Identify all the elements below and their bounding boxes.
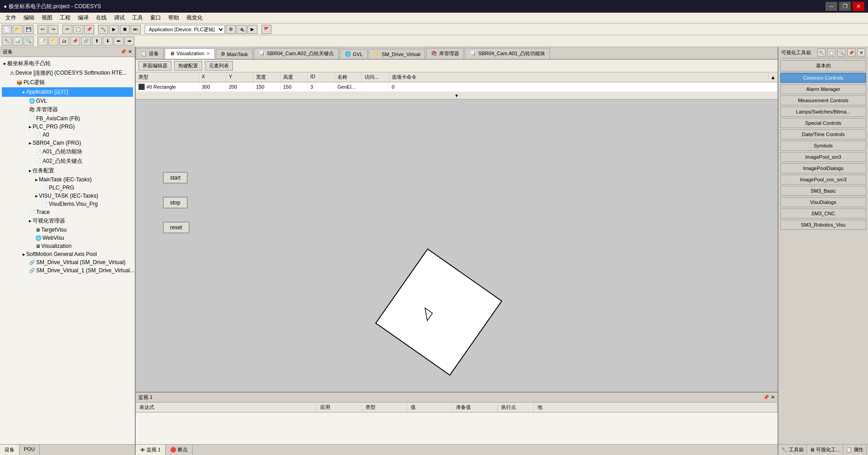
tb2-3[interactable]: 🔍 — [24, 37, 33, 46]
tb2-5[interactable]: 📁 — [48, 37, 58, 46]
tree-node-17[interactable]: 📄Trace — [2, 208, 133, 216]
tb-open[interactable]: 📂 — [13, 25, 23, 34]
rp-btn-0[interactable]: 基本的 — [780, 60, 866, 71]
tb-online[interactable]: 🔌 — [237, 25, 247, 34]
tree-node-22[interactable]: ▸SoftMotion General Axis Pool — [2, 250, 133, 258]
tb2-9[interactable]: ⬆ — [92, 37, 102, 46]
rp-btn-6[interactable]: Date/Time Controls — [780, 129, 866, 139]
tb-new[interactable]: 📄 — [2, 25, 12, 34]
rp-icon-3[interactable]: 🔍 — [837, 48, 845, 57]
left-panel-pin[interactable]: 📌 — [120, 49, 127, 55]
menu-window[interactable]: 窗口 — [147, 13, 165, 23]
viz-tb-elements[interactable]: 元素列表 — [205, 61, 233, 71]
application-selector[interactable]: Application [Device: PLC逻辑] — [145, 25, 225, 34]
tree-node-8[interactable]: 📄A0 — [2, 131, 133, 139]
viz-tb-hotkey[interactable]: 热键配置 — [174, 61, 202, 71]
minimize-button[interactable]: ─ — [825, 2, 837, 11]
tb-copy[interactable]: 📋 — [73, 25, 83, 34]
tab-devices[interactable]: 设备 — [0, 445, 19, 455]
close-button[interactable]: ✕ — [853, 2, 864, 11]
bottom-pin[interactable]: 📌 — [763, 394, 769, 400]
tab-1[interactable]: 🖥Visualization✕ — [165, 48, 215, 59]
tree-node-7[interactable]: ▸PLC_PRG (PRG) — [2, 123, 133, 131]
tree-node-19[interactable]: 🖥TargetVisu — [2, 226, 133, 234]
rbt-properties[interactable]: 📋 属性 — [843, 445, 867, 455]
tb-undo[interactable]: ↩ — [38, 25, 47, 34]
tb2-7[interactable]: 📌 — [70, 37, 80, 46]
rp-btn-1[interactable]: Common Controls — [780, 73, 866, 83]
table-scroll-up[interactable]: ▲ — [768, 72, 778, 82]
tb-flag[interactable]: 🚩 — [261, 25, 271, 34]
restore-button[interactable]: ❐ — [839, 2, 851, 11]
table-scroll-down[interactable]: ▼ — [455, 93, 459, 98]
tb-redo[interactable]: ↪ — [48, 25, 58, 34]
tree-node-24[interactable]: 🔗SM_Drive_Virtual_1 (SM_Drive_Virtual... — [2, 266, 133, 275]
tb2-6[interactable]: 🗂 — [59, 37, 69, 46]
tab-7[interactable]: 📊SBR04_Cam.A01_凸轮功能块 — [465, 48, 550, 59]
tree-node-5[interactable]: 📚库管理器 — [2, 105, 133, 114]
menu-online[interactable]: 在线 — [92, 13, 110, 23]
tree-node-1[interactable]: ⚠Device [连接的] (CODESYS Softmotion RTE... — [2, 68, 133, 78]
tab-2[interactable]: ⚙MainTask — [216, 49, 253, 59]
tab-3[interactable]: 📊SBR04_Cam.A02_凸轮关键点 — [254, 48, 339, 59]
rp-btn-10[interactable]: ImagePool_cnc_sm3 — [780, 175, 866, 185]
rp-btn-12[interactable]: VisuDialogs — [780, 197, 866, 207]
rp-btn-2[interactable]: Alarm Manager — [780, 84, 866, 94]
tab-pou[interactable]: POU — [19, 445, 40, 455]
tab-6[interactable]: 📚库管理器 — [426, 48, 464, 59]
tb-cut[interactable]: ✂ — [62, 25, 72, 34]
tb-build[interactable]: 🔨 — [98, 25, 108, 34]
tb2-1[interactable]: 🔧 — [2, 37, 12, 46]
tree-node-16[interactable]: 📄VisuElems.Visu_Prg — [2, 200, 133, 208]
tb2-10[interactable]: ⬇ — [103, 37, 113, 46]
menu-debug[interactable]: 调试 — [110, 13, 128, 23]
tree-node-12[interactable]: ▸任务配置 — [2, 166, 133, 175]
tree-node-15[interactable]: ▸VISU_TASK (IEC-Tasks) — [2, 192, 133, 200]
tree-node-18[interactable]: ▸可视化管理器 — [2, 216, 133, 226]
menu-view[interactable]: 视图 — [38, 13, 56, 23]
menu-tools[interactable]: 工具 — [128, 13, 147, 23]
tree-node-11[interactable]: 📄A02_凸轮关键点 — [2, 156, 133, 166]
tree-node-23[interactable]: 🔗SM_Drive_Virtual (SM_Drive_Virtual) — [2, 258, 133, 266]
tree-node-0[interactable]: ▸极坐标系电子凸轮 — [2, 59, 133, 68]
rbt-toolbox[interactable]: 🔧 工具箱 — [778, 445, 807, 455]
tree-node-14[interactable]: 📄PLC_PRG — [2, 184, 133, 192]
tree-node-20[interactable]: 🌐WebVisu — [2, 234, 133, 242]
viz-tb-editor[interactable]: 界面编辑器 — [138, 61, 171, 71]
rp-icon-1[interactable]: 🔧 — [817, 48, 825, 57]
tb-settings[interactable]: ⚙ — [226, 25, 236, 34]
tb-paste[interactable]: 📌 — [84, 25, 94, 34]
menu-file[interactable]: 文件 — [2, 13, 20, 23]
tb-stop[interactable]: ⏹ — [120, 25, 130, 34]
tab-close-1[interactable]: ✕ — [206, 51, 210, 56]
rp-btn-11[interactable]: SM3_Basic — [780, 186, 866, 196]
tb2-8[interactable]: 🔗 — [81, 37, 91, 46]
tree-node-13[interactable]: ▸MainTask (IEC-Tasks) — [2, 175, 133, 184]
tree-node-10[interactable]: 📄A01_凸轮功能块 — [2, 147, 133, 156]
rp-btn-13[interactable]: SM3_CNC — [780, 209, 866, 218]
tb2-11[interactable]: ⬅ — [114, 37, 123, 46]
tree-node-6[interactable]: 📄FB_AxisCam (FB) — [2, 114, 133, 123]
tree-node-3[interactable]: ▸Application [运行] — [2, 87, 133, 97]
tb-run[interactable]: ▶ — [109, 25, 119, 34]
rp-btn-14[interactable]: SM3_Robotics_Visu — [780, 220, 866, 230]
tree-node-21[interactable]: 🖥Visualization — [2, 242, 133, 250]
rp-btn-3[interactable]: Measurement Controls — [780, 95, 866, 105]
menu-edit[interactable]: 编辑 — [20, 13, 38, 23]
tb2-12[interactable]: ➡ — [124, 37, 134, 46]
rp-close[interactable]: ✕ — [857, 48, 865, 57]
tb2-4[interactable]: 📝 — [38, 37, 47, 46]
tree-node-4[interactable]: 🌐GVL — [2, 97, 133, 105]
left-panel-close[interactable]: ✕ — [128, 49, 132, 55]
tb-more[interactable]: ▶ — [247, 25, 257, 34]
menu-help[interactable]: 帮助 — [165, 13, 183, 23]
tb-save[interactable]: 💾 — [24, 25, 33, 34]
tb2-2[interactable]: 📊 — [13, 37, 23, 46]
rp-btn-7[interactable]: Symbols — [780, 141, 866, 151]
tree-node-2[interactable]: 📦PLC逻辑 — [2, 78, 133, 87]
rbt-visutools[interactable]: 🖥 可视化工... — [807, 445, 843, 455]
tab-5[interactable]: ⚡SM_Drive_Virtual — [369, 49, 425, 59]
menu-project[interactable]: 工程 — [56, 13, 74, 23]
menu-visualization[interactable]: 视觉化 — [183, 13, 206, 23]
rp-pin[interactable]: 📌 — [847, 48, 855, 57]
